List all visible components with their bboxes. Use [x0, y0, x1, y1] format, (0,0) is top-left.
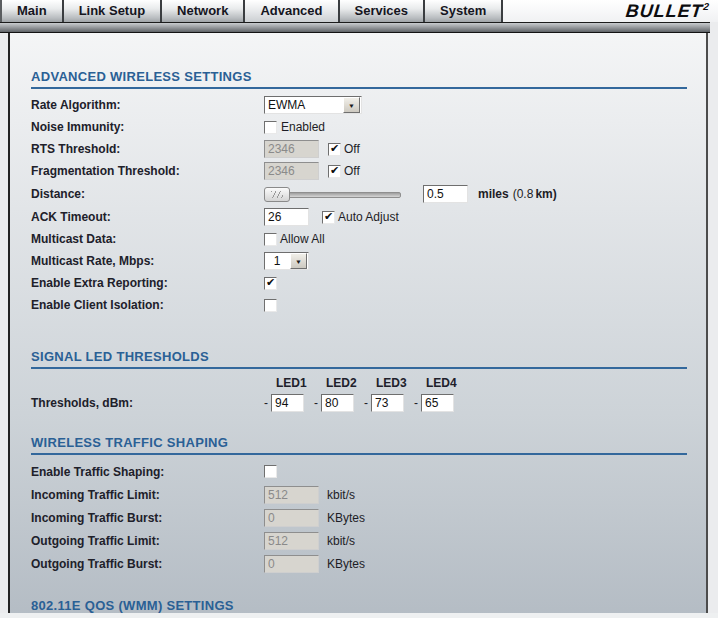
tab-services[interactable]: Services — [338, 0, 424, 22]
outgoing-traffic-limit-label: Outgoing Traffic Limit: — [31, 534, 264, 548]
noise-immunity-checkbox[interactable]: ✔ — [264, 121, 277, 134]
led1-header: LED1 — [264, 376, 314, 390]
row-multicast-rate: Multicast Rate, Mbps: 1 ▼ — [31, 250, 687, 272]
multicast-rate-select-button[interactable]: ▼ — [290, 253, 307, 269]
incoming-traffic-limit-input[interactable] — [264, 486, 319, 504]
led4-header: LED4 — [414, 376, 464, 390]
rate-algorithm-select[interactable]: EWMA ▼ — [264, 96, 362, 114]
minus-sign: - — [264, 396, 268, 410]
outgoing-traffic-burst-input[interactable] — [264, 555, 319, 573]
incoming-traffic-burst-input[interactable] — [264, 509, 319, 527]
ack-timeout-label: ACK Timeout: — [31, 210, 264, 224]
tab-link-setup[interactable]: Link Setup — [62, 0, 160, 22]
multicast-data-text: Allow All — [280, 232, 325, 246]
minus-sign: - — [414, 396, 418, 410]
led3-header: LED3 — [364, 376, 414, 390]
chevron-down-icon: ▼ — [295, 258, 302, 264]
ack-auto-adjust-text: Auto Adjust — [338, 210, 399, 224]
led2-header: LED2 — [314, 376, 364, 390]
row-outgoing-traffic-limit: Outgoing Traffic Limit: kbit/s — [31, 529, 687, 552]
chevron-down-icon: ▼ — [348, 102, 355, 108]
checkmark-icon: ✔ — [266, 277, 275, 288]
led-table: LED1 LED2 LED3 LED4 - - - - — [264, 374, 464, 414]
led2-threshold-input[interactable] — [321, 394, 354, 412]
incoming-traffic-limit-unit: kbit/s — [327, 488, 355, 502]
distance-slider-handle[interactable] — [264, 187, 290, 202]
distance-input[interactable] — [423, 185, 468, 203]
rate-algorithm-label: Rate Algorithm: — [31, 98, 264, 112]
outgoing-traffic-limit-unit: kbit/s — [327, 534, 355, 548]
noise-immunity-option-text: Enabled — [281, 120, 325, 134]
row-incoming-traffic-limit: Incoming Traffic Limit: kbit/s — [31, 483, 687, 506]
checkmark-icon: ✔ — [324, 211, 333, 222]
tab-bar: MainLink SetupNetworkAdvancedServicesSys… — [0, 0, 718, 22]
multicast-rate-label: Multicast Rate, Mbps: — [31, 254, 264, 268]
row-enable-traffic-shaping: Enable Traffic Shaping: ✔ — [31, 460, 687, 483]
checkmark-icon: ✔ — [330, 143, 339, 154]
fragmentation-threshold-input[interactable] — [264, 162, 319, 180]
outgoing-traffic-burst-unit: KBytes — [327, 557, 365, 571]
led1-threshold-input[interactable] — [271, 394, 304, 412]
multicast-rate-select[interactable]: 1 ▼ — [264, 252, 309, 270]
led3-threshold-input[interactable] — [371, 394, 404, 412]
multicast-data-label: Multicast Data: — [31, 232, 264, 246]
row-extra-reporting: Enable Extra Reporting: ✔ — [31, 272, 687, 294]
row-ack-timeout: ACK Timeout: ✔ Auto Adjust — [31, 206, 687, 228]
ack-timeout-input[interactable] — [264, 208, 309, 226]
row-multicast-data: Multicast Data: ✔ Allow All — [31, 228, 687, 250]
content-frame: ADVANCED WIRELESS SETTINGS Rate Algorith… — [8, 33, 708, 618]
client-isolation-label: Enable Client Isolation: — [31, 298, 264, 312]
rts-off-checkbox[interactable]: ✔ — [328, 143, 341, 156]
outgoing-traffic-limit-input[interactable] — [264, 532, 319, 550]
multicast-data-checkbox[interactable]: ✔ — [264, 233, 277, 246]
rts-off-text: Off — [344, 142, 360, 156]
fragmentation-threshold-label: Fragmentation Threshold: — [31, 164, 264, 178]
bullet-logo: BULLET2 — [625, 2, 710, 20]
fragmentation-off-checkbox[interactable]: ✔ — [328, 165, 341, 178]
row-distance: Distance: miles (0.8 km) — [31, 182, 687, 206]
distance-unit: miles — [478, 187, 509, 201]
logo-area: BULLET2 — [501, 0, 718, 22]
incoming-traffic-burst-label: Incoming Traffic Burst: — [31, 511, 264, 525]
minus-sign: - — [314, 396, 318, 410]
incoming-traffic-limit-label: Incoming Traffic Limit: — [31, 488, 264, 502]
tab-system[interactable]: System — [423, 0, 501, 22]
fragmentation-off-text: Off — [344, 164, 360, 178]
extra-reporting-label: Enable Extra Reporting: — [31, 276, 264, 290]
row-noise-immunity: Noise Immunity: ✔ Enabled — [31, 116, 687, 138]
led4-threshold-input[interactable] — [421, 394, 454, 412]
incoming-traffic-burst-unit: KBytes — [327, 511, 365, 525]
client-isolation-checkbox[interactable]: ✔ — [264, 299, 277, 312]
tab-network[interactable]: Network — [160, 0, 243, 22]
section-title-traffic-shaping: WIRELESS TRAFFIC SHAPING — [31, 435, 687, 455]
outgoing-traffic-burst-label: Outgoing Traffic Burst: — [31, 557, 264, 571]
row-rate-algorithm: Rate Algorithm: EWMA ▼ — [31, 94, 687, 116]
distance-label: Distance: — [31, 187, 264, 201]
section-title-advanced-wireless: ADVANCED WIRELESS SETTINGS — [31, 69, 687, 89]
distance-converted-unit: km) — [535, 187, 556, 201]
extra-reporting-checkbox[interactable]: ✔ — [264, 277, 277, 290]
slider-grip-icon — [271, 191, 283, 198]
ack-auto-adjust-checkbox[interactable]: ✔ — [322, 211, 335, 224]
row-outgoing-traffic-burst: Outgoing Traffic Burst: KBytes — [31, 552, 687, 575]
section-title-signal-led: SIGNAL LED THRESHOLDS — [31, 349, 687, 369]
distance-converted: (0.8 — [513, 187, 534, 201]
row-fragmentation-threshold: Fragmentation Threshold: ✔ Off — [31, 160, 687, 182]
checkmark-icon: ✔ — [330, 165, 339, 176]
tab-main[interactable]: Main — [0, 0, 62, 22]
rts-threshold-label: RTS Threshold: — [31, 142, 264, 156]
bottom-strip — [0, 613, 718, 618]
distance-slider[interactable] — [264, 187, 401, 202]
led-thresholds-block: Thresholds, dBm: LED1 LED2 LED3 LED4 - -… — [31, 374, 687, 414]
enable-traffic-shaping-label: Enable Traffic Shaping: — [31, 465, 264, 479]
row-rts-threshold: RTS Threshold: ✔ Off — [31, 138, 687, 160]
rate-algorithm-select-button[interactable]: ▼ — [343, 97, 360, 113]
thresholds-dbm-label: Thresholds, dBm: — [31, 396, 264, 414]
row-incoming-traffic-burst: Incoming Traffic Burst: KBytes — [31, 506, 687, 529]
noise-immunity-label: Noise Immunity: — [31, 120, 264, 134]
rts-threshold-input[interactable] — [264, 140, 319, 158]
enable-traffic-shaping-checkbox[interactable]: ✔ — [264, 465, 277, 478]
row-client-isolation: Enable Client Isolation: ✔ — [31, 294, 687, 316]
metallic-divider-band — [0, 22, 710, 33]
minus-sign: - — [364, 396, 368, 410]
